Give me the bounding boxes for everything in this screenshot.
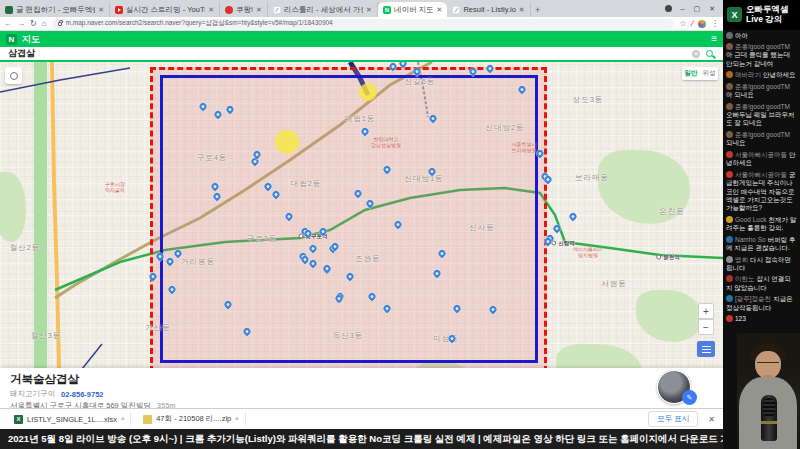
tab-close-icon[interactable]: ✕ — [519, 6, 525, 14]
list-view-button[interactable] — [697, 341, 715, 357]
tab-label: 리스틀리 - 세상에서 가장 빠른 — [284, 5, 363, 15]
chat-username: 이한노 — [735, 275, 755, 282]
browser-menu-icon[interactable]: ⋮ — [711, 20, 719, 28]
map-type-satellite[interactable]: 위성 — [700, 67, 718, 80]
chat-username: 맹희 — [735, 256, 748, 263]
tabs: 글 편집하기 - 오빠두엑셀 — 위✕실시간 스트리밍 - YouTube St… — [0, 2, 531, 17]
list-icon — [702, 346, 711, 353]
tab-3[interactable]: 쿠팡!✕ — [220, 2, 268, 17]
zip-file-icon — [143, 415, 152, 424]
district-label: 철산3동 — [31, 331, 62, 341]
search-bar: ✕ — [0, 47, 723, 62]
tab-2[interactable]: 실시간 스트리밍 - YouTube Stu✕ — [110, 2, 220, 17]
browser-avatar[interactable] — [698, 20, 706, 28]
download-items: XLISTLY_SINGLE_1L....xlsx^47회 - 210508 리… — [8, 412, 246, 426]
tab-label: 실시간 스트리밍 - YouTube Stu — [126, 5, 205, 15]
show-all-downloads-button[interactable]: 모두 표시 — [648, 411, 698, 427]
highlight-circle — [275, 130, 299, 154]
listly-extension-icon[interactable]: ∕ — [692, 20, 693, 28]
zoom-in-button[interactable]: + — [698, 303, 714, 319]
home-icon[interactable]: ⌂ — [42, 20, 47, 28]
map-canvas[interactable]: 신길6동상도3동대림1동신대방2동구로4동보라매동신대방1동대림2동은천동신사동… — [0, 62, 723, 408]
map-type-normal[interactable]: 일반 — [682, 67, 700, 80]
district-label: 가산동 — [145, 323, 171, 333]
district-label: 서원동 — [601, 279, 627, 289]
chat-message: 준홍!good goodTM되네요 — [726, 131, 797, 148]
bookmark-star-icon[interactable]: ☆ — [679, 20, 686, 28]
chat-message: Namho So버퍼링 후에 지금은 괜찮습니다. — [726, 236, 797, 253]
chat-message: 서울아빠시골아들궁금한게있는데 주식이나 코인 매수내역 자동으로 엑셀로 가지… — [726, 171, 797, 213]
district-label: 상도3동 — [573, 95, 604, 105]
naver-map-header: N 지도 ≡ — [0, 31, 723, 47]
tab-label: 네이버 지도 — [394, 5, 434, 15]
close-downloads-icon[interactable]: ✕ — [708, 415, 715, 424]
place-meta: 돼지고기구이 02-856-9752 — [10, 389, 713, 399]
url-field[interactable]: m.map.naver.com/search2/search.naver?que… — [52, 19, 675, 29]
browser-profile-dot[interactable] — [665, 5, 672, 12]
station-marker: 신림역 — [551, 240, 575, 247]
back-icon[interactable]: ← — [4, 20, 12, 28]
search-input[interactable] — [8, 49, 686, 59]
roadview-badge-icon[interactable]: ✎ — [682, 390, 697, 405]
chat-avatar — [726, 151, 733, 158]
chat-avatar — [726, 83, 733, 90]
address-bar: ← → ↻ ⌂ m.map.naver.com/search2/search.n… — [0, 17, 723, 31]
tab-label: 쿠팡! — [236, 5, 253, 15]
tab-close-icon[interactable]: ✕ — [437, 6, 443, 14]
chat-avatar — [726, 275, 733, 282]
zoom-out-button[interactable]: − — [698, 319, 714, 335]
place-phone[interactable]: 02-856-9752 — [61, 390, 104, 399]
chat-message: 이한노잠시 연결되지 않았습니다 — [726, 275, 797, 292]
search-icon[interactable] — [706, 50, 713, 57]
tab-4[interactable]: ∕리스틀리 - 세상에서 가장 빠른✕ — [268, 2, 378, 17]
location-button[interactable] — [5, 67, 22, 84]
maximize-button[interactable]: ▢ — [694, 5, 701, 13]
chat-header: X 오빠두엑셀Live 강의 — [723, 0, 800, 30]
chat-username: 서울아빠시골아들 — [735, 171, 787, 178]
tab-label: 글 편집하기 - 오빠두엑셀 — 위 — [16, 5, 95, 15]
close-button[interactable]: ✕ — [709, 5, 715, 13]
district-label: 대림2동 — [291, 179, 322, 189]
download-item[interactable]: 47회 - 210508 리....zip^ — [137, 412, 245, 426]
district-label: 독산3동 — [333, 331, 364, 341]
new-tab-button[interactable]: + — [531, 2, 545, 17]
listly-favicon-icon: ∕ — [452, 6, 460, 14]
download-caret-icon[interactable]: ^ — [121, 416, 124, 423]
district-label: 신대방1동 — [404, 174, 443, 184]
tab-label: Result - Listly.io — [463, 5, 515, 14]
tab-close-icon[interactable]: ✕ — [256, 6, 262, 14]
clear-search-icon[interactable]: ✕ — [692, 50, 700, 58]
chat-message: 서울아빠시골아들안녕하세요 — [726, 151, 797, 168]
district-label: 구로3동 — [247, 234, 278, 244]
download-item[interactable]: XLISTLY_SINGLE_1L....xlsx^ — [8, 412, 131, 426]
tab-close-icon[interactable]: ✕ — [98, 6, 104, 14]
district-label: 은천동 — [659, 207, 685, 217]
tab-5[interactable]: N네이버 지도✕ — [378, 2, 447, 17]
chat-text: 되네요 — [726, 139, 746, 146]
chat-message: 준홍!good goodTM아 되네요 — [726, 83, 797, 100]
chat-avatar — [726, 71, 733, 78]
download-caret-icon[interactable]: ^ — [235, 416, 238, 423]
minimize-button[interactable]: – — [681, 5, 685, 12]
tab-close-icon[interactable]: ✕ — [208, 6, 214, 14]
excel-logo-icon: X — [727, 7, 742, 22]
chat-avatar — [726, 216, 733, 223]
tab-6[interactable]: ∕Result - Listly.io✕ — [447, 2, 530, 17]
place-card[interactable]: 거북술삼겹살 돼지고기구이 02-856-9752 서울특별시 구로구 시흥대로… — [0, 368, 723, 408]
chat-text: 안녕하세요 — [763, 71, 796, 78]
forward-icon[interactable]: → — [17, 20, 25, 28]
highlight-circle — [359, 83, 377, 101]
tab-close-icon[interactable]: ✕ — [366, 6, 372, 14]
hamburger-menu-icon[interactable]: ≡ — [711, 34, 717, 44]
tab-1[interactable]: 글 편집하기 - 오빠두엑셀 — 위✕ — [0, 2, 110, 17]
presenter-glasses — [757, 362, 779, 366]
reload-icon[interactable]: ↻ — [30, 20, 37, 28]
naver-logo-icon[interactable]: N — [6, 34, 17, 45]
chat-avatar — [726, 32, 733, 39]
webcam-feed — [737, 333, 800, 449]
lock-icon — [58, 22, 62, 26]
chat-username: 준홍!good goodTM — [735, 43, 790, 50]
naver-favicon-icon: N — [383, 6, 391, 14]
poi-label: 에이치플러스 양지병원 — [573, 246, 603, 258]
place-name[interactable]: 거북술삼겹살 — [10, 372, 713, 387]
